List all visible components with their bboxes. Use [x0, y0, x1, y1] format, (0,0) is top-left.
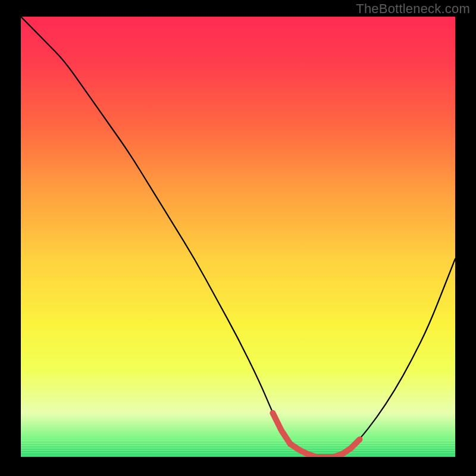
- chart-frame: TheBottleneck.com: [0, 0, 476, 476]
- plot-area: [21, 17, 455, 457]
- highlight-left: [273, 413, 290, 444]
- highlight-svg: [21, 17, 455, 457]
- highlight-flat: [290, 444, 343, 457]
- watermark-text: TheBottleneck.com: [356, 1, 470, 17]
- highlight-right: [342, 439, 359, 454]
